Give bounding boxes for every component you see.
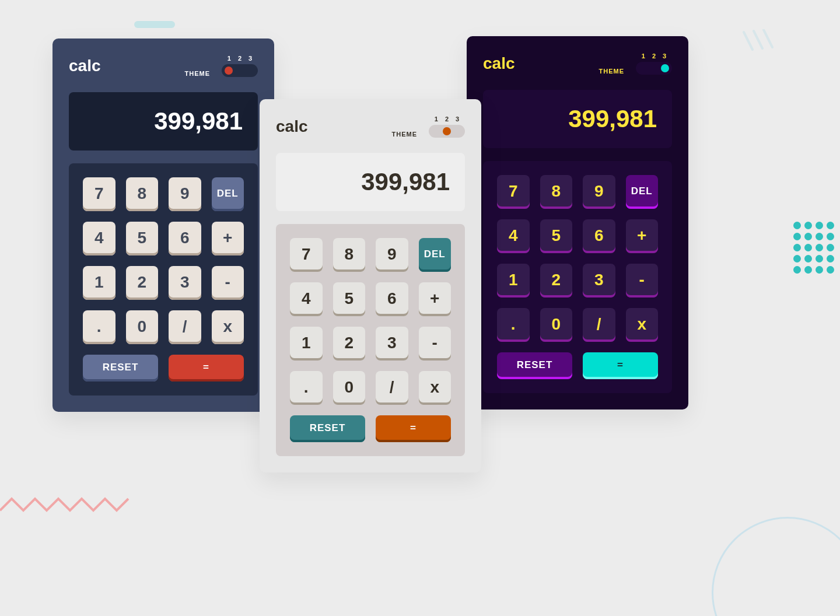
theme-option-1[interactable]: 1 xyxy=(435,116,438,123)
key-7[interactable]: 7 xyxy=(83,177,116,211)
key-5[interactable]: 5 xyxy=(540,219,573,253)
theme-option-2[interactable]: 2 xyxy=(652,52,656,60)
key-equals[interactable]: = xyxy=(376,415,451,442)
key-minus[interactable]: - xyxy=(419,327,452,360)
theme-toggle-track[interactable] xyxy=(636,62,672,75)
key-1[interactable]: 1 xyxy=(290,327,323,360)
keypad: 7 8 9 DEL 4 5 6 + 1 2 3 - . 0 / x RESET … xyxy=(483,161,672,393)
logo: calc xyxy=(276,117,308,136)
theme-toggle-dot xyxy=(225,66,233,75)
key-multiply[interactable]: x xyxy=(626,308,659,342)
key-delete[interactable]: DEL xyxy=(626,175,659,209)
key-3[interactable]: 3 xyxy=(376,327,408,360)
key-reset[interactable]: RESET xyxy=(497,352,572,379)
key-2[interactable]: 2 xyxy=(333,327,366,360)
key-0[interactable]: 0 xyxy=(540,308,573,342)
key-5[interactable]: 5 xyxy=(126,222,159,256)
calculator-display: 399,981 xyxy=(69,92,258,150)
key-reset[interactable]: RESET xyxy=(290,415,365,442)
key-3[interactable]: 3 xyxy=(169,266,201,300)
theme-switcher: THEME 1 2 3 xyxy=(392,116,466,138)
theme-option-1[interactable]: 1 xyxy=(642,52,645,60)
key-multiply[interactable]: x xyxy=(212,310,244,344)
key-5[interactable]: 5 xyxy=(333,282,366,316)
theme-switcher: THEME 1 2 3 xyxy=(599,52,673,75)
key-delete[interactable]: DEL xyxy=(419,238,452,272)
theme-label: THEME xyxy=(599,68,625,75)
key-divide[interactable]: / xyxy=(376,371,408,405)
key-0[interactable]: 0 xyxy=(126,310,159,344)
key-8[interactable]: 8 xyxy=(333,238,366,272)
key-9[interactable]: 9 xyxy=(583,175,615,209)
key-delete[interactable]: DEL xyxy=(212,177,244,211)
key-divide[interactable]: / xyxy=(169,310,201,344)
key-2[interactable]: 2 xyxy=(540,264,573,298)
keypad: 7 8 9 DEL 4 5 6 + 1 2 3 - . 0 / x RESET … xyxy=(276,224,465,456)
key-9[interactable]: 9 xyxy=(376,238,408,272)
logo: calc xyxy=(69,57,101,75)
key-dot[interactable]: . xyxy=(83,310,116,344)
key-minus[interactable]: - xyxy=(626,264,659,298)
theme-toggle-dot xyxy=(661,64,669,72)
calculator-theme-1: calc THEME 1 2 3 399,981 7 8 9 DEL 4 5 6… xyxy=(52,38,274,412)
theme-toggle-track[interactable] xyxy=(222,64,258,77)
theme-label: THEME xyxy=(392,131,418,138)
key-2[interactable]: 2 xyxy=(126,266,159,300)
calculator-theme-3: calc THEME 1 2 3 399,981 7 8 9 DEL 4 5 6… xyxy=(467,36,688,410)
calculator-theme-2: calc THEME 1 2 3 399,981 7 8 9 DEL 4 5 6… xyxy=(260,99,481,473)
decoration-stroke xyxy=(741,29,776,52)
theme-options: 1 2 3 xyxy=(431,116,463,125)
calculator-display: 399,981 xyxy=(276,153,465,211)
keypad: 7 8 9 DEL 4 5 6 + 1 2 3 - . 0 / x RESET … xyxy=(69,163,258,396)
logo: calc xyxy=(483,54,515,73)
key-3[interactable]: 3 xyxy=(583,264,615,298)
key-dot[interactable]: . xyxy=(290,371,323,405)
key-plus[interactable]: + xyxy=(419,282,452,316)
decoration-zigzag xyxy=(0,496,140,513)
key-1[interactable]: 1 xyxy=(497,264,530,298)
theme-toggle-dot xyxy=(443,127,451,135)
theme-option-3[interactable]: 3 xyxy=(249,55,252,62)
key-9[interactable]: 9 xyxy=(169,177,201,211)
theme-options: 1 2 3 xyxy=(224,55,256,64)
key-6[interactable]: 6 xyxy=(376,282,408,316)
key-8[interactable]: 8 xyxy=(540,175,573,209)
theme-option-3[interactable]: 3 xyxy=(663,52,666,60)
theme-switcher: THEME 1 2 3 xyxy=(185,55,258,77)
key-4[interactable]: 4 xyxy=(83,222,116,256)
key-4[interactable]: 4 xyxy=(497,219,530,253)
key-7[interactable]: 7 xyxy=(290,238,323,272)
key-6[interactable]: 6 xyxy=(169,222,201,256)
key-plus[interactable]: + xyxy=(212,222,244,256)
key-6[interactable]: 6 xyxy=(583,219,615,253)
key-8[interactable]: 8 xyxy=(126,177,159,211)
key-1[interactable]: 1 xyxy=(83,266,116,300)
decoration-bar xyxy=(134,21,175,28)
theme-options: 1 2 3 xyxy=(638,52,670,62)
key-plus[interactable]: + xyxy=(626,219,659,253)
key-reset[interactable]: RESET xyxy=(83,355,158,382)
key-minus[interactable]: - xyxy=(212,266,244,300)
theme-option-1[interactable]: 1 xyxy=(228,55,231,62)
decoration-dots xyxy=(793,222,834,274)
key-equals[interactable]: = xyxy=(583,352,658,379)
decoration-circle xyxy=(712,517,840,616)
theme-option-2[interactable]: 2 xyxy=(238,55,242,62)
key-7[interactable]: 7 xyxy=(497,175,530,209)
key-4[interactable]: 4 xyxy=(290,282,323,316)
key-0[interactable]: 0 xyxy=(333,371,366,405)
key-dot[interactable]: . xyxy=(497,308,530,342)
theme-option-2[interactable]: 2 xyxy=(445,116,449,123)
key-divide[interactable]: / xyxy=(583,308,615,342)
theme-label: THEME xyxy=(185,70,211,77)
theme-option-3[interactable]: 3 xyxy=(456,116,459,123)
key-multiply[interactable]: x xyxy=(419,371,452,405)
theme-toggle-track[interactable] xyxy=(429,125,465,138)
calculator-display: 399,981 xyxy=(483,90,672,148)
key-equals[interactable]: = xyxy=(169,355,244,382)
